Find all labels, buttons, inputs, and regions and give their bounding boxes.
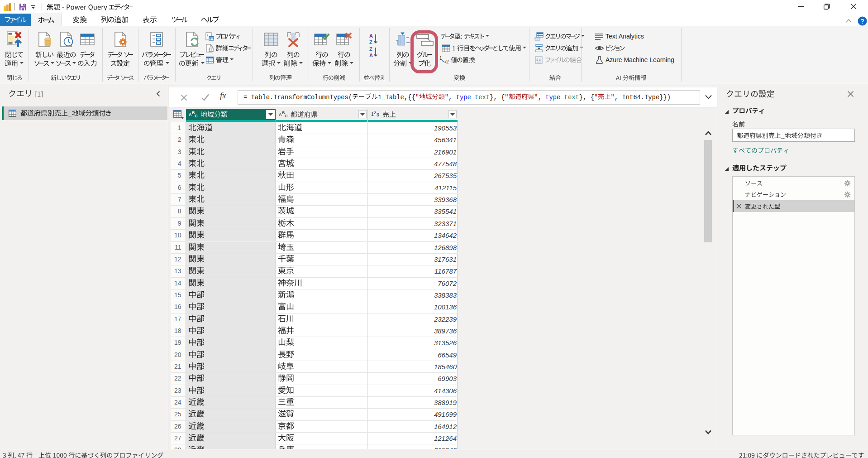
svg-text:Z: Z xyxy=(369,39,372,45)
svg-text:C: C xyxy=(195,114,198,118)
svg-text:A: A xyxy=(189,112,192,117)
svg-text:3: 3 xyxy=(377,112,379,117)
svg-text:Z: Z xyxy=(369,46,372,52)
svg-text:A: A xyxy=(279,112,282,117)
svg-text:2: 2 xyxy=(446,59,449,64)
svg-text:A: A xyxy=(369,53,373,58)
svg-text:C: C xyxy=(285,114,288,118)
svg-text:A: A xyxy=(369,33,373,39)
svg-text:1: 1 xyxy=(439,56,442,61)
svg-text:?: ? xyxy=(860,18,864,25)
svg-text:2: 2 xyxy=(374,111,376,115)
